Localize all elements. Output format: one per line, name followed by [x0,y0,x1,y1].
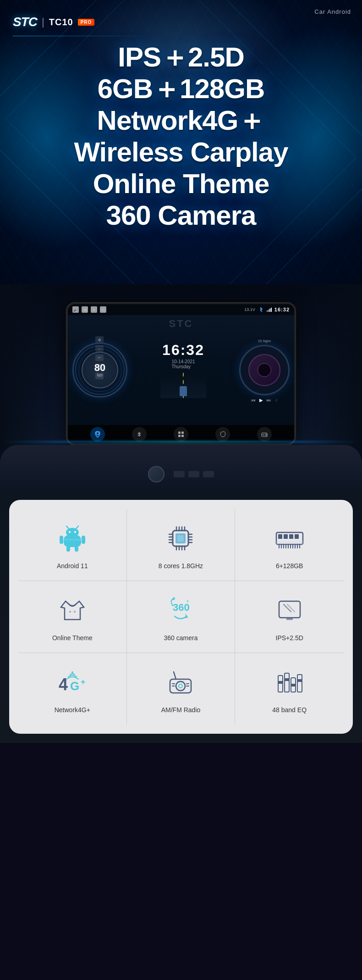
model-name: TC10 [49,17,73,28]
svg-rect-66 [286,618,293,620]
mic-icon: 🎤 [72,306,79,313]
svg-line-64 [284,604,291,612]
voltage-display: 13.1V [244,307,255,312]
feature-theme: Online Theme [18,581,127,653]
4g-label: Network4G+ [55,706,90,714]
svg-rect-80 [285,673,289,692]
album-art [248,354,280,386]
screen-status-bar: 🎤 ◁ ○ □ 13.1V 16:32 [68,304,294,315]
svg-point-59 [69,611,71,613]
svg-rect-20 [82,536,85,544]
screen-side-buttons: ⏻ ⌂ ↩ + − [95,336,104,379]
svg-rect-86 [297,679,302,682]
music-player-dial: 2S Signs ⏮ ▶ ⏭ ♫ [239,345,290,395]
feature-8cores: 8 cores 1.8GHz [127,509,236,581]
vol-dn-side-button[interactable]: − [95,373,104,379]
svg-point-16 [74,531,76,533]
4g-icon: 4 G + [54,664,91,701]
volume-knob[interactable] [148,466,165,482]
feature-ram: 6+128GB [235,509,344,581]
feature-line-1: IPS＋2.5D [9,41,353,73]
svg-line-17 [66,526,69,529]
svg-rect-48 [295,534,299,539]
product-category-label: Car Android [314,8,351,15]
hero-headline: IPS＋2.5D 6GB＋128GB Network4G＋ Wireless C… [9,41,353,231]
feature-line-4: Wireless Carplay [9,136,353,168]
car-dashboard-bottom [0,426,362,491]
svg-point-73 [176,681,185,691]
features-section: Android 11 [0,491,362,743]
svg-rect-22 [75,546,78,552]
control-btn-1[interactable] [174,471,185,477]
stc-brand-name: STC [13,15,37,29]
svg-line-65 [287,604,295,612]
next-track-icon[interactable]: ⏭ [267,398,271,403]
svg-rect-45 [278,534,282,539]
svg-rect-84 [284,678,290,681]
home-side-button[interactable]: ⌂ [95,345,104,352]
svg-rect-82 [297,675,302,692]
ram-icon [271,520,308,557]
svg-text:°: ° [186,599,189,606]
power-side-button[interactable]: ⏻ [95,336,104,343]
feature-360camera: 360 ° 360 camera [127,581,236,653]
prev-track-icon[interactable]: ⏮ [251,398,256,403]
main-clock: 16:32 [162,343,204,357]
ram-label: 6+128GB [276,562,303,570]
svg-text:G: G [70,679,79,693]
feature-line-2: 6GB＋128GB [9,73,353,105]
hero-section: Car Android STC | TC10 PRO IPS＋2.5D 6GB＋… [0,0,362,284]
feature-line-3: Network4G＋ [9,105,353,136]
features-grid: Android 11 [9,500,353,734]
svg-point-15 [69,531,71,533]
status-left-icons: 🎤 ◁ ○ □ [72,306,106,313]
square-icon: □ [100,306,106,313]
hero-features-text: IPS＋2.5D 6GB＋128GB Network4G＋ Wireless C… [0,41,362,231]
control-btn-2[interactable] [188,471,199,477]
android-icon [54,520,91,557]
svg-rect-63 [279,601,300,618]
360camera-icon: 360 ° [162,592,199,629]
back-side-button[interactable]: ↩ [95,354,104,361]
svg-rect-2 [269,309,270,312]
feature-android11: Android 11 [18,509,127,581]
date-display: 10-14-2021 Thursday [171,359,195,369]
theme-label: Online Theme [52,634,93,642]
feature-ips: IPS+2.5D [235,581,344,653]
feature-eq: 48 band EQ [235,653,344,725]
theme-icon [54,592,91,629]
control-btn-3[interactable] [203,471,214,477]
album-art-center [258,363,271,377]
date-value: 10-14-2021 [171,359,195,364]
day-value: Thursday [171,364,195,369]
svg-rect-83 [278,681,283,684]
brand-logo: STC | TC10 PRO [13,15,94,29]
svg-rect-3 [271,308,272,312]
rst-icon: ◁ [82,306,88,313]
car-screen-container: 🎤 ◁ ○ □ 13.1V 16:32 STC [66,303,296,445]
android11-label: Android 11 [57,562,88,570]
screen-clock: 16:32 [274,307,290,312]
car-display-section: 🎤 ◁ ○ □ 13.1V 16:32 STC [0,284,362,491]
music-note-icon: ♫ [275,398,278,402]
vol-up-side-button[interactable]: + [95,364,104,370]
logo-underline [13,36,155,36]
svg-rect-44 [276,541,303,544]
svg-point-14 [66,528,79,537]
svg-rect-0 [267,310,268,312]
signal-icon [266,307,272,312]
svg-point-74 [179,684,182,688]
svg-rect-1 [268,310,269,312]
svg-rect-21 [66,546,70,552]
svg-point-70 [71,671,73,673]
8cores-label: 8 cores 1.8GHz [159,562,203,570]
ips-icon [271,592,308,629]
svg-rect-85 [291,684,296,687]
radio-icon [162,664,199,701]
feature-4g: 4 G + Network4G+ [18,653,127,725]
svg-rect-47 [289,534,293,539]
svg-text:+: + [81,677,86,687]
svg-point-60 [74,611,76,613]
svg-rect-19 [60,536,63,544]
play-pause-icon[interactable]: ▶ [259,398,263,403]
